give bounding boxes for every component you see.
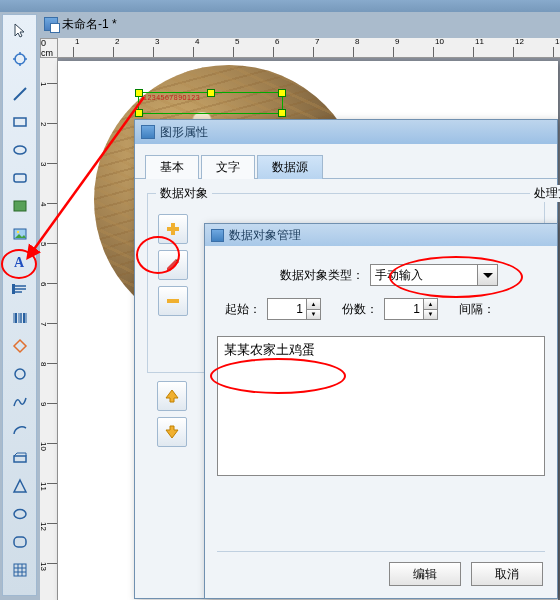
tool-shape[interactable] [6,332,34,359]
process-label: 处理方 [530,185,560,202]
spin-up-icon[interactable]: ▲ [307,298,321,309]
edit-button[interactable] [158,250,188,280]
dialog2-title: 数据对象管理 [229,227,301,244]
number-row: 起始： ▲▼ 份数： ▲▼ 间隔： [205,294,557,330]
svg-rect-2 [14,118,26,126]
content-text: 某某农家土鸡蛋 [224,342,315,357]
type-input[interactable] [370,264,478,286]
resize-handle-bl[interactable] [135,109,143,117]
tool-paragraph[interactable] [6,276,34,303]
tool-pan[interactable] [6,45,34,72]
tool-roundrect[interactable] [6,164,34,191]
svg-rect-22 [14,537,26,547]
tool-grid[interactable] [6,556,34,583]
svg-point-3 [14,146,26,154]
dialog2-titlebar[interactable]: 数据对象管理 [205,224,557,246]
svg-rect-30 [167,299,179,303]
resize-handle-tl[interactable] [135,89,143,97]
svg-point-21 [14,509,26,518]
separator [217,551,545,552]
add-button[interactable] [158,214,188,244]
edit-action-button[interactable]: 编辑 [389,562,461,586]
dialog-titlebar[interactable]: 图形属性 [135,120,557,144]
ruler-corner: 0 cm [40,38,58,58]
combo-arrow-icon[interactable] [478,264,498,286]
document-icon [44,17,58,31]
move-down-button[interactable] [157,417,187,447]
svg-rect-20 [14,456,26,462]
tool-barcode[interactable] [6,304,34,331]
svg-rect-12 [12,284,15,294]
svg-text:A: A [14,255,25,270]
svg-line-1 [14,88,26,100]
delete-button[interactable] [158,286,188,316]
tool-ellipse[interactable] [6,136,34,163]
start-input[interactable] [267,298,307,320]
spin-down-icon[interactable]: ▼ [307,309,321,321]
svg-rect-23 [14,564,26,576]
resize-handle-tr[interactable] [278,89,286,97]
tool-path[interactable] [6,444,34,471]
count-input[interactable] [384,298,424,320]
dialog2-icon [211,229,224,242]
svg-rect-4 [14,174,26,182]
gap-label: 间隔： [459,301,495,318]
spin-up-icon[interactable]: ▲ [424,298,438,309]
tab-datasource[interactable]: 数据源 [257,155,323,179]
selected-text-object[interactable]: 1234567890123 [138,92,283,114]
tab-basic[interactable]: 基本 [145,155,199,179]
tool-polygon[interactable] [6,192,34,219]
svg-point-0 [15,54,25,64]
tool-line[interactable] [6,80,34,107]
svg-rect-5 [14,201,26,211]
group-title: 数据对象 [156,185,212,202]
dialog-icon [141,125,155,139]
type-row: 数据对象类型： [205,246,557,294]
spin-down-icon[interactable]: ▼ [424,309,438,321]
svg-point-7 [16,230,18,232]
data-manage-dialog: 数据对象管理 数据对象类型： 起始： ▲▼ 份数： ▲▼ 间隔： 某某农家土鸡蛋… [204,223,558,599]
start-label: 起始： [225,301,261,318]
tool-round[interactable] [6,528,34,555]
ruler-vertical: 1 2 3 4 5 6 7 8 9 10 11 12 13 [40,58,58,600]
type-label: 数据对象类型： [280,267,364,284]
ruler-horizontal: 1 2 3 4 5 6 7 8 9 10 11 12 13 [58,38,560,58]
tabstrip: 基本 文字 数据源 [135,144,557,179]
tool-rect[interactable] [6,108,34,135]
title-bar-area [0,0,560,12]
tab-text[interactable]: 文字 [201,155,255,179]
tool-triangle[interactable] [6,472,34,499]
cancel-button[interactable]: 取消 [471,562,543,586]
type-combo[interactable] [370,264,498,286]
dialog-title: 图形属性 [160,124,208,141]
button-row: 编辑 取消 [389,562,543,586]
resize-handle-tc[interactable] [207,89,215,97]
left-toolbar: A [2,14,37,596]
move-up-button[interactable] [157,381,187,411]
tool-pointer[interactable] [6,17,34,44]
count-spinner[interactable]: ▲▼ [384,298,438,320]
tool-arc[interactable] [6,416,34,443]
sample-text: 1234567890123 [143,94,200,101]
count-label: 份数： [342,301,378,318]
start-spinner[interactable]: ▲▼ [267,298,321,320]
svg-point-19 [15,369,25,379]
tool-oval[interactable] [6,500,34,527]
tool-circle[interactable] [6,360,34,387]
document-tab[interactable]: 未命名-1 * [44,14,117,34]
svg-rect-29 [167,227,179,231]
tool-curve[interactable] [6,388,34,415]
document-title: 未命名-1 * [62,16,117,33]
content-textarea[interactable]: 某某农家土鸡蛋 [217,336,545,476]
tool-image[interactable] [6,220,34,247]
tool-text[interactable]: A [6,248,34,275]
resize-handle-br[interactable] [278,109,286,117]
